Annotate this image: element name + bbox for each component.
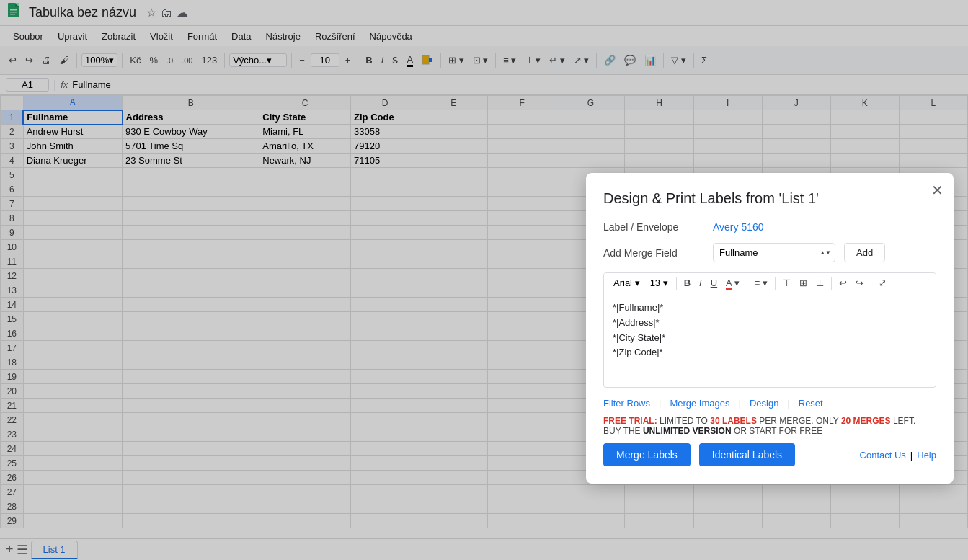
trial-merges-num: 20 MERGES: [841, 416, 891, 426]
label-text-editor: Arial ▾ 13 ▾ B I U A ▾ ≡ ▾ ⊤ ⊞ ⊥ ↩ ↪ ⤢: [603, 272, 936, 388]
editor-underline-button[interactable]: U: [708, 276, 720, 290]
label-envelope-row: Label / Envelope Avery 5160: [603, 221, 936, 233]
modal-buttons-row: Merge Labels Identical Labels Contact Us…: [603, 443, 936, 466]
editor-undo-button[interactable]: ↩: [836, 276, 850, 290]
label-envelope-label: Label / Envelope: [603, 221, 704, 233]
editor-line-2: *|Address|*: [613, 316, 927, 331]
editor-line-4: *|Zip Code|*: [613, 345, 927, 360]
editor-redo-button[interactable]: ↪: [853, 276, 866, 290]
add-merge-field-button[interactable]: Add: [844, 243, 885, 262]
et-sep-5: [871, 277, 871, 290]
trial-left-text: LEFT.: [893, 416, 915, 426]
trial-per-merge: PER MERGE. ONLY: [759, 416, 841, 426]
editor-valign-top-button[interactable]: ⊤: [780, 276, 794, 290]
reset-link[interactable]: Reset: [799, 398, 823, 409]
trial-labels-num: 30 LABELS: [710, 416, 757, 426]
merge-labels-button[interactable]: Merge Labels: [603, 443, 691, 466]
et-sep-1: [676, 277, 677, 290]
merge-field-select-wrapper: Fullname Address City State Zip Code: [713, 243, 835, 262]
editor-toolbar: Arial ▾ 13 ▾ B I U A ▾ ≡ ▾ ⊤ ⊞ ⊥ ↩ ↪ ⤢: [604, 273, 936, 293]
editor-font-size[interactable]: 13 ▾: [647, 276, 672, 290]
design-print-modal: ✕ Design & Print Labels from 'List 1' La…: [586, 173, 954, 484]
editor-align-button[interactable]: ≡ ▾: [752, 276, 771, 290]
trial-or-text: OR START FOR FREE: [734, 426, 822, 436]
modal-footer-links: Contact Us | Help: [860, 450, 936, 461]
design-link[interactable]: Design: [750, 398, 778, 409]
editor-italic-button[interactable]: I: [696, 276, 705, 290]
modal-title: Design & Print Labels from 'List 1': [603, 190, 936, 207]
editor-valign-bot-button[interactable]: ⊥: [813, 276, 827, 290]
editor-font-selector[interactable]: Arial ▾: [610, 276, 644, 290]
et-sep-2: [747, 277, 747, 290]
avery-link[interactable]: Avery 5160: [713, 221, 764, 233]
free-trial-label: FREE TRIAL:: [603, 416, 657, 426]
filter-rows-link[interactable]: Filter Rows: [603, 398, 650, 409]
editor-line-3: *|City State|*: [613, 331, 927, 346]
trial-unlimited[interactable]: UNLIMITED VERSION: [643, 426, 732, 436]
merge-field-row: Add Merge Field Fullname Address City St…: [603, 243, 936, 262]
help-link[interactable]: Help: [917, 450, 936, 461]
editor-expand-button[interactable]: ⤢: [876, 276, 889, 290]
add-merge-field-label: Add Merge Field: [603, 247, 704, 259]
merge-field-select[interactable]: Fullname Address City State Zip Code: [713, 243, 835, 262]
editor-bold-button[interactable]: B: [681, 276, 693, 290]
identical-labels-button[interactable]: Identical Labels: [699, 443, 795, 466]
editor-line-1: *|Fullname|*: [613, 301, 927, 316]
trial-buy-text: BUY THE: [603, 426, 643, 436]
trial-limit-text: LIMITED TO: [660, 416, 710, 426]
modal-close-button[interactable]: ✕: [931, 182, 943, 199]
editor-content[interactable]: *|Fullname|* *|Address|* *|City State|* …: [604, 293, 936, 387]
editor-font-color-button[interactable]: A ▾: [723, 276, 742, 290]
trial-notice: FREE TRIAL: LIMITED TO 30 LABELS PER MER…: [603, 416, 936, 436]
contact-us-link[interactable]: Contact Us: [860, 450, 906, 461]
et-sep-4: [831, 277, 832, 290]
et-sep-3: [775, 277, 776, 290]
modal-overlay: ✕ Design & Print Labels from 'List 1' La…: [0, 0, 968, 538]
bottom-links-row: Filter Rows | Merge Images | Design | Re…: [603, 398, 936, 409]
merge-images-link[interactable]: Merge Images: [670, 398, 729, 409]
editor-valign-mid-button[interactable]: ⊞: [796, 276, 810, 290]
